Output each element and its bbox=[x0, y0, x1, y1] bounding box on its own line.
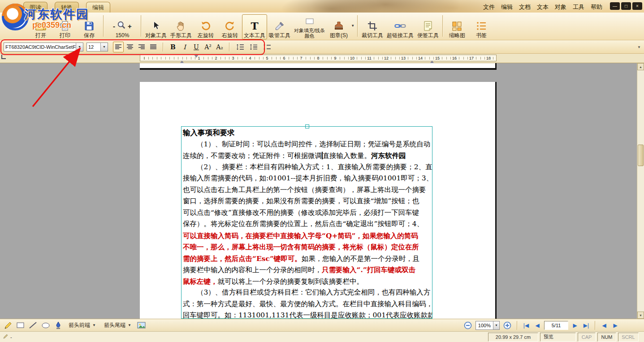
minimize-button[interactable]: — bbox=[610, 2, 620, 10]
selected-text-box[interactable]: 输入事项和要求（1）、制证时间：可以点击时间控件，选择制证日期；凭证编号是系统自… bbox=[181, 126, 432, 319]
zoom-out-button[interactable]: - bbox=[113, 22, 115, 30]
rotate-right-button[interactable]: 右旋转 bbox=[218, 14, 242, 39]
tab-stop-selector[interactable] bbox=[1, 55, 6, 59]
italic-button[interactable]: I bbox=[179, 42, 190, 52]
crop-tool-button[interactable]: 裁切工具 bbox=[360, 14, 385, 39]
align-left-button[interactable] bbox=[113, 42, 124, 52]
bottombar-separator bbox=[595, 321, 596, 330]
pdf-page[interactable]: 输入事项和要求（1）、制证时间：可以点击时间控件，选择制证日期；凭证编号是系统自… bbox=[140, 82, 497, 319]
underline-button[interactable]: U bbox=[191, 42, 202, 52]
document-line: 回车键即可。如：1131001,1131代表一级科目是应收账款；001代表应收账… bbox=[183, 310, 431, 319]
line-tool-button[interactable] bbox=[28, 321, 39, 330]
save-button[interactable]: 保存 bbox=[77, 14, 101, 39]
align-right-button[interactable] bbox=[136, 42, 147, 52]
last-page-button[interactable]: ▶| bbox=[582, 321, 591, 330]
view-controls: 100% ▼ |◀ ◀ 5/11 ▶ ▶| ◀ ▶ bbox=[462, 321, 620, 330]
hyperlink-tool-button[interactable]: 超链接工具 bbox=[385, 14, 415, 39]
arrow-tail-select[interactable]: 箭头尾端 ▼ bbox=[101, 320, 134, 331]
line-spacing-1-button[interactable] bbox=[234, 42, 246, 52]
page-zoom-value: 100% bbox=[476, 323, 493, 328]
app-tabs: 阅读转换编辑 bbox=[23, 2, 110, 13]
text-tool-button[interactable]: T 文本工具 bbox=[242, 14, 267, 39]
note-tool-button[interactable]: 便签工具 bbox=[415, 14, 441, 39]
rotate-left-button[interactable]: 左旋转 bbox=[194, 14, 218, 39]
menu-item[interactable]: 工具 bbox=[573, 3, 584, 11]
menu-item[interactable]: 帮助 bbox=[591, 3, 602, 11]
close-button[interactable]: × bbox=[632, 2, 642, 10]
text-segment: 就可以将上一个分录的摘要复制到该摘要栏中。 bbox=[218, 278, 364, 286]
document-area[interactable]: 输入事项和要求（1）、制证时间：可以点击时间控件，选择制证日期；凭证编号是系统自… bbox=[0, 63, 644, 319]
maximize-button[interactable]: □ bbox=[621, 2, 631, 10]
ellipse-tool-button[interactable] bbox=[40, 321, 51, 330]
font-size-select[interactable]: 12 ▼ bbox=[86, 43, 108, 51]
chevron-down-icon[interactable]: ▼ bbox=[76, 43, 83, 51]
page-zoom-select[interactable]: 100% ▼ bbox=[475, 321, 500, 330]
zoom-in-circle-button[interactable] bbox=[502, 321, 513, 330]
save-label: 保存 bbox=[84, 33, 95, 38]
status-left: - bbox=[3, 333, 12, 340]
fill-color-tool-button[interactable]: 对象填充/线条 颜色 bbox=[292, 14, 327, 39]
first-page-button[interactable]: |◀ bbox=[522, 321, 531, 330]
vertical-scrollbar[interactable]: ▲ ▼ bbox=[637, 63, 644, 319]
menu-item[interactable]: 对象 bbox=[555, 3, 566, 11]
document-line: 可以点击“修改”直接修改不用的摘要（修改或添加完毕后，必须打一下回车键 bbox=[183, 207, 431, 219]
align-center-button[interactable] bbox=[125, 42, 135, 52]
ink-tool-button[interactable] bbox=[53, 321, 64, 330]
line-spacing-15-button[interactable] bbox=[247, 42, 260, 52]
stamp-tool-button[interactable]: 图章(S) ▼ bbox=[327, 14, 351, 39]
rotate-right-label: 右旋转 bbox=[222, 33, 238, 38]
view-back-button[interactable]: ◀ bbox=[600, 321, 609, 330]
previous-page-button[interactable]: ◀ bbox=[533, 321, 542, 330]
ruler-number: 18 bbox=[486, 56, 491, 61]
zoom-in-button[interactable]: + bbox=[128, 22, 132, 30]
stamp-dropdown-arrow-icon[interactable]: ▼ bbox=[351, 24, 354, 28]
document-line: （3）、借方科目栏或贷方科目栏：它们输入方式完全相同，也有四种输入方 bbox=[183, 287, 431, 299]
thumbnail-panel-button[interactable]: 缩略图 bbox=[445, 14, 469, 39]
subscript-button[interactable]: A₂ bbox=[214, 42, 225, 52]
menu-item[interactable]: 文本 bbox=[537, 3, 549, 11]
page-indicator[interactable]: 5/11 bbox=[544, 321, 568, 330]
superscript-glyph: A² bbox=[204, 43, 212, 51]
object-tool-button[interactable]: 对象工具 bbox=[143, 14, 169, 39]
menu-item[interactable]: 文档 bbox=[519, 3, 531, 11]
scroll-lock-indicator: SCRL bbox=[618, 333, 639, 342]
toolbar-separator bbox=[442, 15, 443, 37]
horizontal-ruler[interactable]: 123456789101112131415161718 bbox=[140, 55, 497, 61]
menu-item[interactable]: 编辑 bbox=[501, 3, 513, 11]
bold-button[interactable]: B bbox=[168, 42, 178, 52]
image-stamp-button[interactable] bbox=[136, 321, 147, 330]
arrow-head-select[interactable]: 箭头前端 ▼ bbox=[65, 320, 99, 331]
chevron-down-icon[interactable]: ▼ bbox=[100, 43, 108, 51]
line-spacing-2-button[interactable] bbox=[261, 42, 273, 52]
app-tab[interactable]: 编辑 bbox=[86, 2, 110, 13]
chevron-down-icon[interactable]: ▼ bbox=[493, 321, 499, 329]
superscript-button[interactable]: A² bbox=[203, 42, 213, 52]
font-name-select[interactable]: FT68320AC9tCID-WinCharSetFF ▼ bbox=[4, 43, 83, 51]
scrollbar-thumb[interactable] bbox=[638, 145, 644, 166]
print-button[interactable]: 打印 bbox=[53, 14, 77, 39]
view-forward-button[interactable]: ▶ bbox=[611, 321, 620, 330]
ruler-number: 16 bbox=[452, 56, 457, 61]
text-segment: 输入事项和要求 bbox=[183, 128, 235, 137]
next-page-button[interactable]: ▶ bbox=[571, 321, 579, 330]
pencil-tool-button[interactable] bbox=[3, 321, 13, 330]
caps-lock-indicator: CAP bbox=[578, 333, 596, 342]
hand-tool-button[interactable]: 手形工具 bbox=[169, 14, 194, 39]
scroll-down-arrow-icon[interactable]: ▼ bbox=[637, 312, 644, 319]
first-line-indent-marker[interactable] bbox=[194, 55, 199, 60]
eyedropper-tool-button[interactable]: 吸管工具 bbox=[267, 14, 292, 39]
menu-item[interactable]: 文件 bbox=[483, 3, 495, 11]
open-button[interactable]: 打开 bbox=[29, 14, 53, 39]
text-tool-label: 文本工具 bbox=[244, 33, 265, 38]
titlebar: 阅读转换编辑 文件编辑文档文本对象工具帮助 — □ × bbox=[0, 0, 644, 13]
rectangle-tool-button[interactable] bbox=[15, 321, 26, 330]
zoom-out-circle-button[interactable] bbox=[462, 321, 473, 330]
magnifier-icon[interactable] bbox=[117, 21, 126, 31]
app-tab[interactable]: 阅读 bbox=[23, 2, 48, 13]
align-justify-button[interactable] bbox=[148, 42, 159, 52]
scroll-up-arrow-icon[interactable]: ▲ bbox=[637, 63, 644, 70]
app-tab[interactable]: 转换 bbox=[55, 2, 79, 13]
toolbar-overflow-chevron-icon[interactable]: ▼ bbox=[637, 45, 641, 49]
zoom-level-value[interactable]: 150% bbox=[116, 33, 130, 38]
bookmark-panel-button[interactable]: 书签 bbox=[469, 14, 493, 39]
